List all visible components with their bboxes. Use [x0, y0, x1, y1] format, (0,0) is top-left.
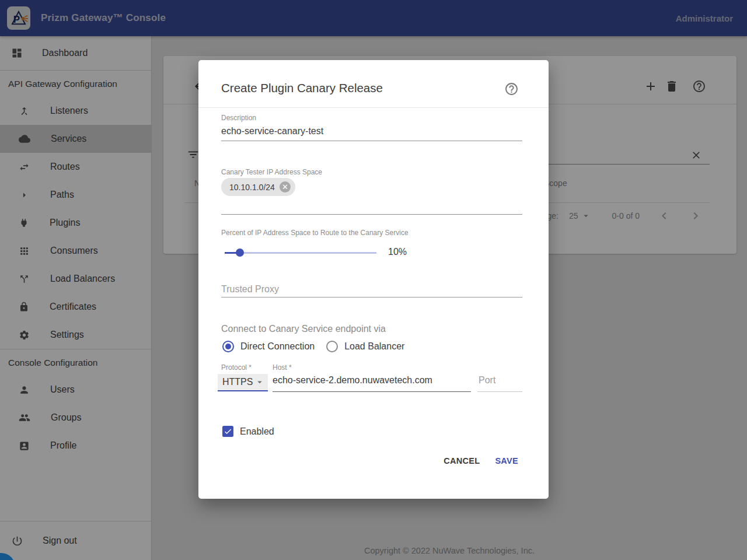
slider-thumb[interactable]: [236, 249, 244, 257]
app-root: P Prizm Gateway™ Console Administrator D…: [0, 0, 747, 560]
create-canary-dialog: Create Plugin Canary Release Description…: [198, 60, 549, 499]
enabled-label: Enabled: [240, 426, 274, 437]
host-input[interactable]: echo-service-2.demo.nuwavetech.com: [273, 375, 432, 386]
port-input[interactable]: Port: [479, 375, 495, 386]
host-underline: [273, 391, 471, 392]
slider-track[interactable]: [225, 252, 376, 254]
dialog-actions: CANCEL SAVE: [444, 456, 518, 466]
dropdown-arrow-icon: [254, 377, 265, 387]
dialog-help-icon[interactable]: [504, 82, 519, 96]
protocol-label: Protocol *: [221, 363, 252, 372]
trusted-proxy-underline: [221, 297, 522, 298]
canary-ip-underline: [221, 214, 522, 215]
ip-chip[interactable]: 10.10.1.0/24 ✕: [221, 178, 295, 196]
connect-via-label: Connect to Canary Service endpoint via: [221, 324, 386, 334]
radio-direct-connection[interactable]: [222, 341, 234, 352]
radio-lb-label: Load Balancer: [344, 341, 404, 352]
ip-chip-value: 10.10.1.0/24: [229, 183, 275, 192]
radio-load-balancer[interactable]: [326, 341, 338, 352]
description-input[interactable]: echo-service-canary-test: [221, 126, 323, 136]
description-label: Description: [221, 114, 256, 122]
trusted-proxy-input[interactable]: Trusted Proxy: [221, 284, 279, 295]
chip-remove-icon[interactable]: ✕: [280, 181, 291, 192]
connect-via-radio-group: Direct Connection Load Balancer: [222, 341, 404, 352]
percent-label: Percent of IP Address Space to Route to …: [221, 229, 409, 237]
radio-direct-label: Direct Connection: [240, 341, 315, 352]
port-underline: [477, 391, 522, 392]
dialog-title: Create Plugin Canary Release: [221, 81, 383, 95]
enabled-checkbox[interactable]: [222, 426, 233, 437]
protocol-select[interactable]: HTTPS: [218, 374, 268, 391]
cancel-button[interactable]: CANCEL: [444, 456, 480, 466]
host-label: Host *: [273, 363, 292, 372]
percent-value: 10%: [388, 247, 407, 257]
dialog-header-divider: [198, 107, 549, 108]
percent-slider[interactable]: [225, 248, 376, 257]
enabled-row: Enabled: [222, 426, 274, 437]
canary-ip-label: Canary Tester IP Address Space: [221, 168, 322, 176]
protocol-value: HTTPS: [222, 377, 253, 387]
description-underline: [221, 141, 522, 141]
save-button[interactable]: SAVE: [495, 456, 518, 466]
